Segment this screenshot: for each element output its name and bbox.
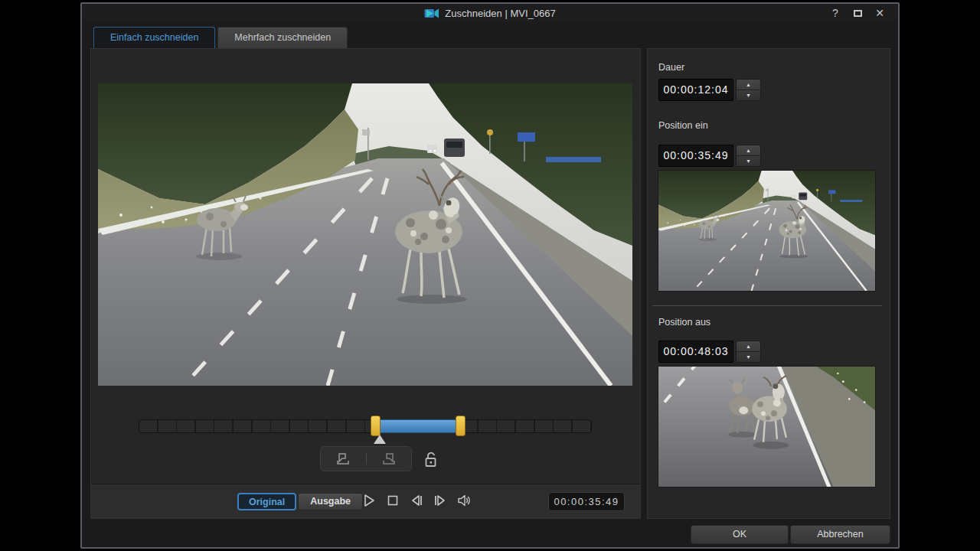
tab-simple-trim[interactable]: Einfach zuschneiden — [93, 27, 215, 49]
mark-out-control: 00:00:48:03 ▲ ▼ — [658, 341, 761, 363]
mark-in-spin-down-icon[interactable]: ▼ — [737, 156, 760, 166]
duration-spin-down-icon[interactable]: ▼ — [737, 90, 760, 100]
trim-settings-panel: Dauer 00:00:12:04 ▲ ▼ Position ein 00:00… — [647, 48, 890, 519]
current-timecode-display: 00:00:35:49 — [548, 492, 625, 511]
ok-button[interactable]: OK — [691, 525, 789, 544]
trim-dialog-window: Zuschneiden | MVI_0667 ? ✕ Einfach zusch… — [80, 2, 900, 549]
trim-handle-in[interactable] — [371, 416, 381, 436]
trim-handle-out[interactable] — [456, 416, 466, 436]
mark-out-thumbnail — [658, 366, 876, 487]
playhead-marker[interactable] — [374, 435, 386, 444]
maximize-button[interactable] — [851, 7, 864, 19]
duration-timecode-field[interactable]: 00:00:12:04 — [658, 79, 733, 101]
playback-control-bar: Original Ausgabe — [91, 484, 640, 518]
mark-in-timecode-field[interactable]: 00:00:35:49 — [658, 145, 733, 167]
tab-multi-trim[interactable]: Mehrfach zuschneiden — [217, 27, 348, 49]
help-button[interactable]: ? — [829, 7, 841, 19]
next-frame-button[interactable] — [433, 493, 448, 508]
stop-button[interactable] — [385, 493, 400, 508]
trim-selection-range[interactable] — [376, 419, 460, 433]
duration-spin-up-icon[interactable]: ▲ — [737, 80, 760, 90]
open-padlock-icon — [424, 450, 437, 468]
close-button[interactable]: ✕ — [874, 7, 886, 19]
preview-video-frame — [98, 83, 632, 386]
trim-mark-buttons — [320, 446, 412, 471]
mark-out-timecode-field[interactable]: 00:00:48:03 — [658, 341, 733, 363]
mark-out-spin-up-icon[interactable]: ▲ — [737, 341, 760, 352]
mark-in-frame — [658, 171, 875, 291]
mark-out-button[interactable] — [381, 452, 397, 467]
tab-bar: Einfach zuschneiden Mehrfach zuschneiden — [93, 27, 348, 49]
app-icon — [424, 8, 439, 19]
mark-in-spin-up-icon[interactable]: ▲ — [737, 145, 760, 156]
lock-duration-button[interactable] — [422, 448, 439, 470]
mark-in-label: Position ein — [658, 120, 708, 131]
transport-controls — [361, 493, 472, 508]
trim-buttons-divider — [366, 453, 367, 465]
cancel-button[interactable]: Abbrechen — [790, 525, 890, 544]
volume-button[interactable] — [456, 493, 472, 508]
duration-spinner: ▲ ▼ — [736, 79, 761, 101]
view-output-button[interactable]: Ausgabe — [298, 493, 363, 510]
mark-out-label: Position aus — [658, 317, 710, 328]
timeline-track[interactable] — [139, 419, 592, 433]
trim-timeline — [139, 416, 592, 448]
titlebar: Zuschneiden | MVI_0667 ? ✕ — [82, 4, 898, 22]
dialog-title: Zuschneiden | MVI_0667 — [445, 8, 555, 19]
view-original-button[interactable]: Original — [237, 493, 296, 510]
maximize-icon — [854, 10, 862, 17]
mark-in-spinner: ▲ ▼ — [736, 145, 761, 167]
panel-divider — [652, 305, 882, 306]
duration-label: Dauer — [658, 62, 684, 73]
mark-in-button[interactable] — [335, 452, 351, 467]
play-button[interactable] — [361, 493, 377, 508]
video-preview — [98, 83, 632, 386]
mark-out-spin-down-icon[interactable]: ▼ — [737, 352, 760, 362]
mark-in-thumbnail — [658, 170, 876, 292]
previous-frame-button[interactable] — [409, 493, 424, 508]
trim-main-panel: Original Ausgabe — [90, 48, 641, 519]
mark-out-frame — [658, 367, 875, 487]
mark-in-control: 00:00:35:49 ▲ ▼ — [658, 145, 761, 167]
mark-out-spinner: ▲ ▼ — [736, 341, 761, 363]
duration-control: 00:00:12:04 ▲ ▼ — [658, 79, 761, 101]
